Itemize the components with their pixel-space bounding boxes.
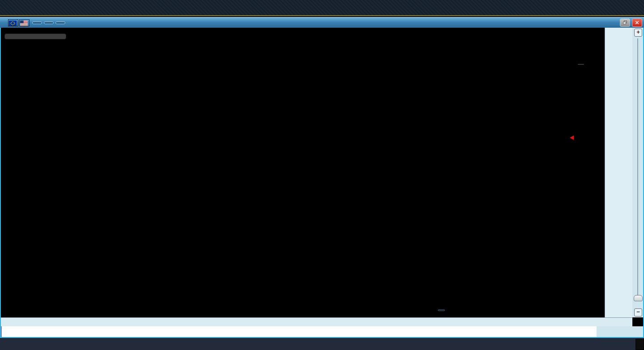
main-toolbar [0,0,644,16]
status-bar [0,338,644,350]
restore-window-button[interactable] [620,18,630,27]
price-axis[interactable] [605,28,633,317]
price-arrow-icon [570,135,574,140]
eu-flag-icon [8,19,18,26]
timeline-navigator[interactable] [1,326,643,337]
data-window-panel [4,34,66,39]
us-flag-icon [19,19,30,26]
trading-app-window: + − [0,0,644,350]
chart-canvas [1,28,605,317]
zoom-slider-track [637,38,638,298]
add-chart-tab-button[interactable] [636,339,644,350]
zoom-slider[interactable]: + − [632,28,643,317]
high-price-label [578,64,584,65]
timeframe-button[interactable] [44,21,54,24]
zoom-out-button[interactable]: − [634,308,642,316]
chart-window-titlebar[interactable] [0,17,644,28]
chart-window: + − [0,28,644,338]
zoom-slider-handle[interactable] [634,295,643,301]
close-window-button[interactable] [632,18,642,27]
chart-type-button[interactable] [55,21,65,24]
navigator-selection[interactable] [1,326,2,337]
candlestick-chart[interactable] [1,28,605,317]
pair-button[interactable] [32,21,42,24]
date-axis[interactable] [1,317,632,327]
crosshair-time-label [438,309,445,311]
zoom-in-button[interactable]: + [634,29,642,37]
